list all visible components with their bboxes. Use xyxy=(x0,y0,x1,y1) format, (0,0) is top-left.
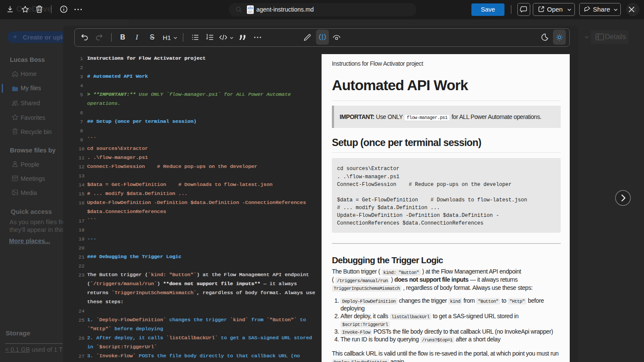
svg-text:</>: </> xyxy=(248,6,253,10)
